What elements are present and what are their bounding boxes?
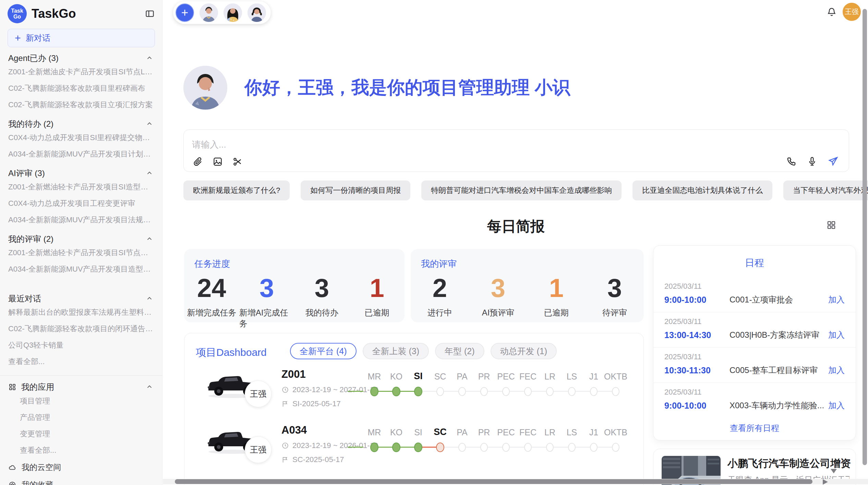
collapse-sidebar-icon[interactable]: [145, 9, 155, 18]
milestone-circle: [502, 387, 510, 396]
sidebar-item-favorites[interactable]: 我的收藏: [0, 476, 162, 485]
scroll-right-arrow-icon[interactable]: [823, 479, 828, 485]
stat: 2 进行中: [411, 274, 469, 318]
logo-line2: Go: [13, 14, 21, 20]
taskgo-logo: Task Go: [8, 4, 27, 23]
milestone-connector: [532, 447, 546, 448]
new-chat-button[interactable]: 新对话: [8, 29, 155, 47]
horizontal-scrollbar-thumb[interactable]: [175, 479, 812, 484]
user-avatar[interactable]: 王强: [843, 3, 861, 21]
plus-icon: [14, 34, 22, 42]
sidebar-item-cloud-space[interactable]: 我的云空间: [0, 459, 162, 476]
app-item[interactable]: 查看全部...: [0, 442, 162, 459]
app-item[interactable]: 项目管理: [0, 393, 162, 409]
join-button[interactable]: 加入: [828, 294, 845, 305]
milestone-label: OKTB: [604, 369, 627, 382]
milestone-circle: [392, 443, 400, 452]
suggestion-chip[interactable]: 欧洲新规最近颁布了什么?: [183, 181, 290, 200]
chevron-up-icon[interactable]: [146, 54, 153, 62]
sidebar-item[interactable]: C02-飞腾新能源轻客改款项目里程碑画布: [0, 80, 162, 97]
milestone-connector: [510, 447, 524, 448]
milestone-label: PEC: [497, 425, 515, 437]
project-row[interactable]: 王强 Z001 2023-12-19 ~ 2027-01-19 SI-2025-…: [184, 364, 643, 420]
sidebar-item[interactable]: C0X4-动力总成开发项目SI里程碑提交物检查: [0, 129, 162, 146]
milestone: KO: [385, 425, 407, 452]
project-flag: SC-2025-05-17: [281, 455, 378, 464]
sidebar-item[interactable]: 解释最新出台的欧盟报废车法规再生塑料比例被调至15%...: [0, 304, 162, 321]
stat: 3 新增AI完成任务: [239, 274, 294, 329]
scissors-icon[interactable]: [232, 157, 243, 167]
chevron-up-icon[interactable]: [146, 295, 153, 302]
milestone-connector: [444, 391, 458, 392]
chat-input[interactable]: 请输入...: [192, 139, 226, 151]
sidebar-item[interactable]: Z001-全新燃油轻卡产品开发项目SI造型提交物评审: [0, 179, 162, 195]
stat-value: 24: [197, 274, 226, 302]
section-header-my-todo: 我的待办 (2): [8, 119, 153, 129]
app-title: TaskGo: [32, 7, 145, 21]
sidebar-item[interactable]: A034-全新新能源MUV产品开发项目造型可行性评审: [0, 261, 162, 277]
suggestion-chip[interactable]: 如何写一份清晰的项目周报: [301, 181, 410, 200]
stat-label: 已逾期: [544, 307, 569, 318]
app-item[interactable]: 变更管理: [0, 426, 162, 442]
sidebar-item[interactable]: C02-飞腾新能源轻客改款项目的闭环通告反馈情况: [0, 321, 162, 337]
sidebar-item[interactable]: Z001-全新燃油轻卡产品开发项目SI节点属性5D文件评审: [0, 245, 162, 261]
schedule-event[interactable]: 2025/03/11 9:00-10:00 C001-立项审批会 加入: [653, 277, 856, 312]
mic-icon[interactable]: [807, 156, 817, 166]
section-label: Agent已办 (3): [8, 53, 59, 64]
suggestion-chip[interactable]: 特朗普可能对进口汽车增税会对中国车企造成哪些影响: [421, 181, 622, 200]
milestone: PR: [473, 369, 495, 397]
milestone-label: MR: [368, 369, 381, 382]
join-button[interactable]: 加入: [828, 365, 845, 376]
suggestion-chip[interactable]: 当下年轻人对汽车外观有怎样的喜好趋势: [783, 181, 868, 200]
milestone-connector: [422, 391, 436, 392]
paperclip-icon[interactable]: [193, 157, 203, 167]
apps-grid-icon: [8, 383, 16, 391]
notifications-bell-icon[interactable]: [827, 7, 837, 17]
milestone-connector: [576, 447, 590, 448]
chevron-up-icon[interactable]: [146, 235, 153, 243]
send-icon[interactable]: [828, 156, 839, 167]
section-header-recent-chats: 最近对话: [8, 293, 153, 304]
new-chat-label: 新对话: [26, 33, 50, 43]
section-label: 我的评审 (2): [8, 234, 53, 245]
vertical-scrollbar-thumb[interactable]: [863, 9, 867, 465]
sidebar-item[interactable]: 公司Q3轻卡销量: [0, 337, 162, 353]
flag-icon: [281, 456, 289, 463]
dashboard-tabs: 全新平台 (4) 全新上装 (3) 年型 (2) 动总开发 (1): [290, 343, 557, 359]
milestone: OKTB: [605, 369, 627, 397]
news-title: 小鹏飞行汽车制造公司增资: [727, 457, 851, 471]
image-icon[interactable]: [213, 157, 223, 167]
avatar[interactable]: [224, 3, 242, 22]
sidebar-item[interactable]: Z001-全新燃油皮卡产品开发项目SI节点Lesson Learn报告: [0, 64, 162, 80]
milestone-connector: [466, 391, 480, 392]
join-button[interactable]: 加入: [828, 329, 845, 340]
avatar[interactable]: [248, 3, 266, 22]
my-apps-header[interactable]: 我的应用: [8, 381, 153, 393]
dashboard-tab[interactable]: 动总开发 (1): [491, 343, 557, 359]
chevron-up-icon[interactable]: [146, 383, 153, 391]
avatar[interactable]: [200, 3, 218, 22]
sidebar-item[interactable]: 查看全部...: [0, 353, 162, 370]
chevron-up-icon[interactable]: [146, 120, 153, 128]
schedule-event[interactable]: 2025/03/11 9:00-10:00 X003-车辆动力学性能验... 加…: [653, 383, 856, 418]
briefing-grid-icon[interactable]: [826, 220, 836, 230]
sidebar-item[interactable]: C0X4-动力总成开发项目工程变更评审: [0, 195, 162, 212]
suggestion-chip[interactable]: 比亚迪全固态电池计划具体说了什么: [632, 181, 772, 200]
phone-icon[interactable]: [786, 156, 797, 166]
sidebar-item[interactable]: C02-飞腾新能源轻客改款项目立项汇报方案: [0, 97, 162, 113]
dashboard-tab[interactable]: 全新平台 (4): [290, 343, 357, 359]
sidebar-item[interactable]: A034-全新新能源MUV产品开发项目计划变更表编写: [0, 146, 162, 162]
app-item[interactable]: 产品管理: [0, 409, 162, 426]
join-button[interactable]: 加入: [828, 400, 845, 411]
add-conversation-button[interactable]: [176, 3, 194, 22]
sidebar-item[interactable]: A034-全新新能源MUV产品开发项目法规符合性评审: [0, 212, 162, 228]
schedule-event[interactable]: 2025/03/11 13:00-14:30 C003|H0B-方案冻结评审 加…: [653, 312, 856, 348]
dashboard-tab[interactable]: 年型 (2): [435, 343, 484, 359]
schedule-event[interactable]: 2025/03/11 10:30-11:30 C005-整车工程目标评审 加入: [653, 348, 856, 383]
chevron-up-icon[interactable]: [146, 170, 153, 177]
dashboard-tab[interactable]: 全新上装 (3): [363, 343, 429, 359]
view-all-schedule-link[interactable]: 查看所有日程: [653, 423, 856, 434]
scroll-down-arrow-icon[interactable]: [831, 469, 837, 473]
section-label: 我的待办 (2): [8, 119, 53, 129]
project-row[interactable]: 王强 A034 2023-12-19 ~ 2026-01-19 SC-2025-…: [184, 420, 643, 476]
